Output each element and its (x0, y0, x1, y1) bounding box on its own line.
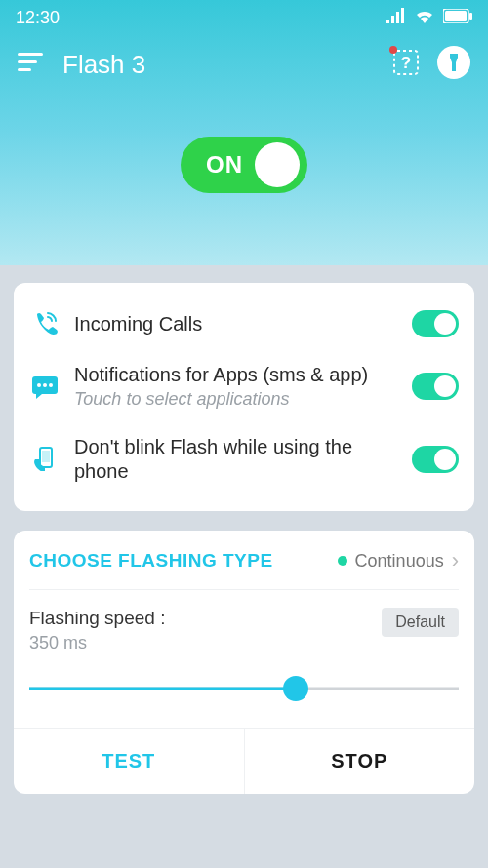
phone-hand-icon (29, 446, 61, 473)
toggle-incoming-calls[interactable] (412, 310, 459, 337)
flashing-type-value: Continuous › (338, 548, 459, 573)
svg-point-17 (49, 383, 53, 387)
battery-icon (443, 8, 472, 28)
slider-thumb-icon (283, 676, 308, 701)
menu-icon[interactable] (18, 53, 43, 76)
test-button[interactable]: TEST (14, 729, 245, 794)
svg-rect-7 (18, 53, 43, 56)
svg-rect-8 (18, 60, 37, 63)
svg-rect-6 (469, 13, 472, 20)
status-icons (386, 8, 472, 28)
svg-rect-19 (42, 451, 50, 462)
svg-rect-2 (396, 12, 399, 23)
section-title: CHOOSE FLASHING TYPE (29, 550, 273, 572)
option-label: Don't blink Flash while using the phone (74, 435, 398, 484)
option-label: Incoming Calls (74, 312, 398, 336)
status-time: 12:30 (16, 8, 60, 28)
toggle-notifications[interactable] (412, 373, 459, 400)
status-bar: 12:30 (0, 0, 488, 32)
svg-rect-0 (386, 20, 389, 23)
master-toggle-label: ON (188, 151, 255, 178)
notification-dot-icon (389, 46, 397, 54)
option-incoming-calls[interactable]: Incoming Calls (29, 300, 459, 347)
flashing-type-header[interactable]: CHOOSE FLASHING TYPE Continuous › (29, 548, 459, 590)
signal-icon (386, 8, 406, 28)
option-notifications[interactable]: Notifications for Apps (sms & app) Touch… (29, 353, 459, 419)
master-toggle[interactable]: ON (181, 137, 307, 193)
svg-rect-1 (391, 16, 394, 23)
option-label: Notifications for Apps (sms & app) (74, 363, 398, 387)
help-icon[interactable]: ? (392, 49, 420, 80)
slider-fill (29, 688, 296, 690)
action-buttons: TEST STOP (14, 728, 474, 794)
app-bar: Flash 3 ? (0, 32, 488, 97)
app-header: 12:30 Flash 3 ? ON (0, 0, 488, 265)
status-dot-icon (338, 556, 347, 566)
svg-rect-13 (450, 54, 458, 58)
speed-value: 350 ms (29, 633, 165, 653)
svg-text:?: ? (401, 54, 411, 72)
flashing-type-label: Continuous (355, 551, 444, 572)
stop-button[interactable]: STOP (245, 729, 475, 794)
toggle-no-blink[interactable] (412, 446, 459, 473)
option-no-blink-in-use[interactable]: Don't blink Flash while using the phone (29, 425, 459, 493)
content-area: Incoming Calls Notifications for Apps (s… (0, 265, 488, 794)
flashlight-icon[interactable] (437, 46, 470, 83)
svg-point-16 (43, 383, 47, 387)
speed-label: Flashing speed : (29, 608, 165, 629)
svg-rect-5 (445, 11, 467, 21)
flashing-type-card: CHOOSE FLASHING TYPE Continuous › Flashi… (14, 531, 474, 794)
options-card: Incoming Calls Notifications for Apps (s… (14, 283, 474, 511)
app-title: Flash 3 (62, 50, 392, 80)
flashing-speed-row: Flashing speed : 350 ms Default (29, 608, 459, 653)
phone-ring-icon (29, 310, 61, 337)
speed-slider[interactable] (29, 677, 459, 700)
default-button[interactable]: Default (382, 608, 459, 637)
svg-rect-9 (18, 68, 31, 71)
svg-point-15 (37, 383, 41, 387)
svg-rect-3 (401, 8, 404, 23)
wifi-icon (414, 8, 435, 28)
toggle-knob-icon (255, 142, 300, 187)
option-subtitle: Touch to select applications (74, 389, 398, 410)
chat-icon (29, 374, 61, 399)
chevron-right-icon: › (452, 548, 459, 573)
